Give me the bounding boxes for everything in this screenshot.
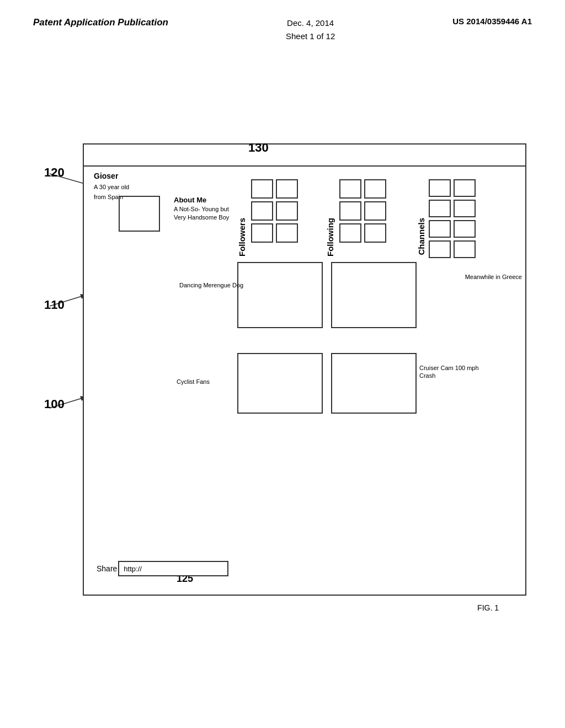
channel-cell-5 (429, 220, 451, 238)
channel-cell-4 (454, 200, 476, 217)
publication-info: Dec. 4, 2014 Sheet 1 of 12 (286, 17, 335, 43)
video-label-4: Cruiser Cam 100 mphCrash (419, 364, 479, 380)
username: Gioser (94, 172, 118, 180)
follower-cell-2 (276, 179, 298, 199)
follower-cell-5 (251, 223, 273, 243)
channel-cell-8 (454, 240, 476, 258)
video-label-3: Cyclist Fans (177, 378, 210, 386)
follower-cell-1 (251, 179, 273, 199)
follower-cell-3 (251, 201, 273, 221)
about-me-text: A Not-So- Young but Very Handsome Boy (174, 205, 229, 222)
channel-cell-2 (454, 179, 476, 197)
ref-label-110: 110 (44, 298, 65, 312)
patent-number: US 2014/0359446 A1 (452, 17, 532, 26)
share-input[interactable] (118, 561, 228, 576)
following-label: Following (326, 218, 335, 256)
following-cell-3 (339, 201, 361, 221)
following-cell-6 (364, 223, 386, 243)
channel-cell-7 (429, 240, 451, 258)
sheet-info: Sheet 1 of 12 (286, 31, 335, 41)
page-header: Patent Application Publication Dec. 4, 2… (0, 0, 565, 49)
ref-label-100: 100 (44, 397, 65, 411)
diagram-area: 100 110 120 125 130 Gioser A 30 year old… (33, 77, 532, 629)
video-label-1: Dancing Merengue Dog (179, 281, 243, 289)
following-cell-5 (339, 223, 361, 243)
channels-grid (429, 179, 476, 258)
followers-label: Followers (237, 218, 247, 256)
followers-grid (251, 179, 298, 243)
video-box-3 (237, 353, 323, 414)
follower-cell-4 (276, 201, 298, 221)
video-box-2 (331, 262, 417, 328)
following-cell-1 (339, 179, 361, 199)
fig-label: FIG. 1 (477, 603, 499, 612)
follower-cell-6 (276, 223, 298, 243)
video-label-2: Meanwhile in Greece (465, 273, 522, 281)
video-box-4 (331, 353, 417, 414)
channel-cell-1 (429, 179, 451, 197)
share-label: Share (97, 564, 117, 573)
ref-label-120: 120 (44, 165, 65, 180)
channel-cell-6 (454, 220, 476, 238)
about-me-label: About Me (174, 196, 206, 204)
video-box-1 (237, 262, 323, 328)
following-cell-2 (364, 179, 386, 199)
ref-label-130: 130 (248, 141, 269, 155)
channels-label: Channels (417, 218, 426, 255)
share-bar: Share (97, 561, 228, 576)
following-cell-4 (364, 201, 386, 221)
publication-title: Patent Application Publication (33, 17, 168, 29)
profile-pic-box (119, 196, 160, 232)
publication-date: Dec. 4, 2014 (287, 18, 334, 28)
following-grid (339, 179, 386, 243)
channel-cell-3 (429, 200, 451, 217)
